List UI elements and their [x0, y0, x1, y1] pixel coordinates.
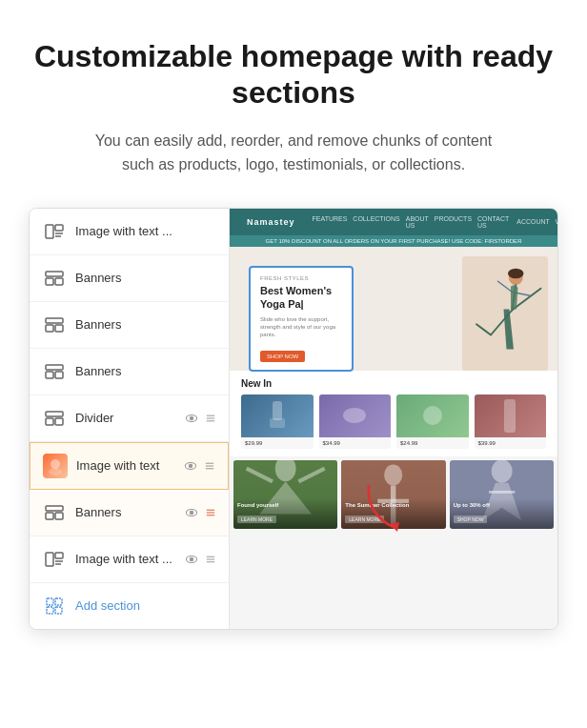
- collection-2-label: The Summer Collection: [345, 502, 441, 508]
- banners-2-icon: [41, 312, 68, 338]
- eye-icon-image-text-2[interactable]: [184, 459, 197, 473]
- banners-1-icon: [41, 265, 68, 292]
- svg-rect-47: [47, 607, 53, 614]
- new-in-title: New In: [241, 378, 546, 389]
- collections-section: Found yourself LEARN MORE The Summer Col…: [230, 456, 557, 533]
- svg-point-41: [190, 557, 193, 561]
- svg-rect-54: [270, 418, 285, 428]
- drag-icon-image-text-2[interactable]: [203, 459, 216, 473]
- svg-rect-10: [46, 365, 63, 370]
- new-in-section: New In $29.99 $34.99: [230, 371, 557, 456]
- svg-rect-57: [504, 399, 516, 433]
- svg-rect-46: [55, 598, 62, 605]
- hero-section: FRESH STYLES Best Women's Yoga Pa| Slide…: [230, 247, 557, 371]
- svg-point-52: [508, 269, 524, 279]
- divider-controls: [185, 412, 217, 425]
- nav-about: ABOUT US: [406, 215, 429, 229]
- svg-point-17: [190, 416, 193, 420]
- page-title: Customizable homepage with ready section…: [29, 38, 558, 111]
- sidebar-item-banners-1[interactable]: Banners: [30, 255, 229, 302]
- banners-3-icon: [41, 358, 68, 385]
- svg-point-63: [491, 460, 512, 483]
- product-price-4: $39.99: [478, 440, 543, 446]
- collection-card-1: Found yourself LEARN MORE: [233, 460, 337, 529]
- collection-1-overlay: Found yourself LEARN MORE: [233, 498, 337, 529]
- svg-point-61: [384, 465, 402, 486]
- product-card-4: $39.99: [475, 394, 547, 449]
- svg-rect-36: [46, 553, 53, 566]
- sidebar-item-6-label: Image with text: [76, 458, 180, 473]
- drag-icon-banners-4[interactable]: [204, 506, 217, 519]
- svg-rect-15: [55, 418, 63, 425]
- header-account: ACCOUNT: [516, 218, 550, 225]
- svg-rect-4: [46, 272, 63, 276]
- collection-1-label: Found yourself: [237, 502, 334, 508]
- svg-rect-14: [46, 418, 53, 425]
- eye-icon-image-text-3[interactable]: [185, 553, 198, 566]
- svg-point-32: [190, 511, 193, 515]
- drag-icon-image-text-3[interactable]: [204, 553, 217, 566]
- sidebar-item-divider[interactable]: Divider: [30, 395, 229, 442]
- hero-text-box: FRESH STYLES Best Women's Yoga Pa| Slide…: [249, 266, 354, 372]
- collection-2-btn: LEARN MORE: [345, 516, 384, 523]
- svg-rect-29: [46, 513, 53, 519]
- sidebar-item-8-label: Image with text ...: [75, 552, 181, 566]
- sidebar-item-banners-2[interactable]: Banners: [30, 302, 229, 349]
- svg-point-21: [51, 459, 60, 469]
- sidebar-item-image-text-3[interactable]: Image with text ...: [30, 536, 229, 583]
- sidebar-item-banners-4[interactable]: Banners: [30, 490, 229, 536]
- add-section-label: Add section: [75, 598, 140, 613]
- sidebar-item-image-text-1[interactable]: Image with text ...: [30, 209, 229, 255]
- mockup-container: Image with text ... Banners: [29, 208, 558, 630]
- sidebar-item-4-label: Banners: [75, 364, 217, 378]
- svg-rect-5: [46, 278, 53, 285]
- svg-rect-7: [46, 318, 63, 323]
- sidebar-panel: Image with text ... Banners: [30, 209, 230, 629]
- store-header-right: ACCOUNT WISHLIST CART: [516, 218, 557, 225]
- svg-rect-30: [55, 513, 63, 519]
- svg-rect-12: [55, 372, 63, 378]
- collection-3-btn: SHOP NOW: [454, 516, 488, 523]
- svg-rect-8: [46, 325, 53, 332]
- sidebar-item-7-label: Banners: [75, 505, 181, 519]
- sidebar-item-2-label: Banners: [75, 271, 217, 285]
- svg-rect-9: [55, 325, 63, 332]
- hero-title: Best Women's Yoga Pa|: [260, 284, 342, 312]
- image-text-3-controls: [185, 553, 217, 566]
- hero-button: SHOP NOW: [260, 351, 305, 362]
- store-nav: FEATURES COLLECTIONS ABOUT US PRODUCTS C…: [313, 215, 510, 229]
- nav-collections: COLLECTIONS: [353, 215, 399, 229]
- sidebar-item-1-label: Image with text ...: [75, 224, 217, 238]
- sidebar-item-banners-3[interactable]: Banners: [30, 349, 229, 395]
- page-wrapper: Customizable homepage with ready section…: [0, 0, 587, 668]
- banners-4-controls: [185, 506, 217, 519]
- product-price-1: $29.99: [245, 440, 310, 446]
- svg-rect-1: [55, 225, 63, 231]
- hero-label: FRESH STYLES: [260, 275, 342, 281]
- add-section-button[interactable]: Add section: [30, 583, 229, 629]
- preview-area: Namastey FEATURES COLLECTIONS ABOUT US P…: [230, 209, 557, 629]
- svg-point-55: [343, 408, 366, 423]
- notification-bar: GET 10% DISCOUNT ON ALL ORDERS ON YOUR F…: [230, 235, 557, 247]
- drag-icon-divider[interactable]: [204, 412, 217, 425]
- header-wishlist: WISHLIST: [556, 218, 557, 225]
- product-card-3: $24.99: [396, 394, 469, 449]
- sidebar-item-image-text-2[interactable]: Image with text: [30, 442, 229, 490]
- product-price-3: $24.99: [400, 440, 465, 446]
- nav-products: PRODUCTS: [435, 215, 472, 229]
- nav-contact: CONTACT US: [477, 215, 509, 229]
- collection-card-3: Up to 30% off SHOP NOW: [450, 460, 554, 529]
- hero-desc: Slide who love the support, strength and…: [260, 315, 342, 339]
- svg-rect-53: [273, 401, 282, 420]
- product-card-1: $29.99: [241, 394, 314, 449]
- eye-icon-divider[interactable]: [185, 412, 198, 425]
- svg-rect-0: [46, 225, 53, 238]
- svg-point-24: [189, 464, 192, 468]
- sidebar-item-3-label: Banners: [75, 317, 217, 332]
- eye-icon-banners-4[interactable]: [185, 506, 198, 519]
- svg-rect-13: [46, 412, 63, 416]
- divider-icon: [41, 405, 68, 432]
- image-text-icon: [41, 218, 68, 245]
- product-price-2: $34.99: [323, 440, 388, 446]
- svg-rect-45: [47, 598, 53, 605]
